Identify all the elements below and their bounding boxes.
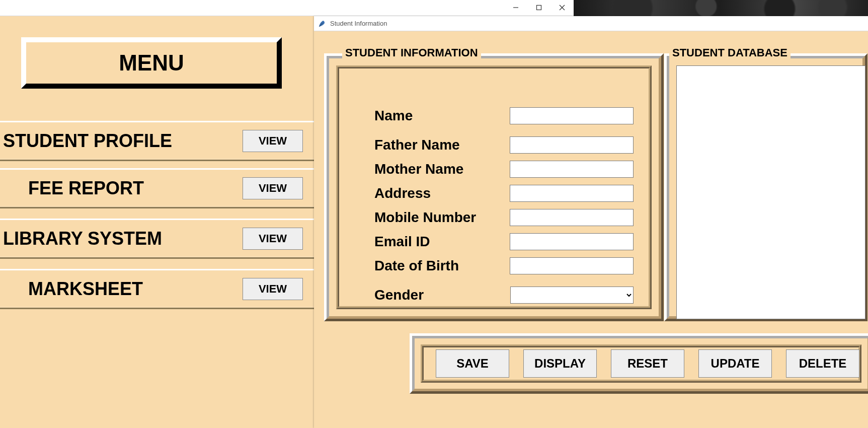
student-information-window: Student Information STUDENT INFORMATION … [314, 16, 868, 428]
menu-header: MENU [21, 37, 282, 89]
tk-feather-icon [318, 20, 326, 28]
maximize-icon [536, 5, 542, 11]
desktop-background [574, 0, 868, 16]
student-database-listbox[interactable] [676, 65, 865, 319]
display-button[interactable]: DISPLAY [523, 349, 597, 378]
menu-label-student-profile: STUDENT PROFILE [3, 122, 172, 160]
student-form: Name Father Name Mother Name [374, 104, 634, 307]
student-information-legend: STUDENT INFORMATION [342, 46, 481, 59]
label-mother: Mother Name [374, 161, 510, 177]
main-titlebar [0, 0, 574, 16]
child-body: STUDENT INFORMATION Name Father Name [314, 31, 868, 428]
label-father: Father Name [374, 137, 510, 153]
student-database-legend: STUDENT DATABASE [669, 46, 791, 59]
menu-row-library-system: LIBRARY SYSTEM VIEW [0, 219, 314, 259]
label-email: Email ID [374, 234, 510, 250]
child-titlebar: Student Information [314, 16, 868, 31]
input-email[interactable] [510, 233, 634, 250]
label-dob: Date of Birth [374, 258, 510, 274]
menu-label-marksheet: MARKSHEET [28, 270, 143, 308]
select-gender[interactable] [510, 287, 634, 304]
menu-label-fee-report: FEE REPORT [28, 170, 144, 207]
close-button[interactable] [550, 0, 574, 15]
minimize-button[interactable] [504, 0, 527, 15]
input-father[interactable] [510, 136, 634, 154]
student-database-frame [664, 53, 867, 321]
minimize-icon [513, 5, 519, 11]
input-dob[interactable] [510, 257, 634, 274]
label-mobile: Mobile Number [374, 209, 510, 226]
maximize-button[interactable] [527, 0, 550, 15]
student-information-frame-inner: Name Father Name Mother Name [336, 65, 652, 309]
menu-label-library-system: LIBRARY SYSTEM [3, 220, 162, 257]
close-icon [559, 5, 565, 11]
child-window-title: Student Information [330, 20, 387, 27]
student-information-frame: Name Father Name Mother Name [324, 53, 664, 321]
input-mother[interactable] [510, 161, 634, 178]
menu-title: MENU [119, 50, 184, 76]
button-bar: SAVE DISPLAY RESET UPDATE DELETE [421, 344, 861, 383]
input-name[interactable] [510, 107, 634, 124]
label-address: Address [374, 185, 510, 201]
view-button-library-system[interactable]: VIEW [243, 228, 303, 250]
save-button[interactable]: SAVE [436, 349, 509, 378]
update-button[interactable]: UPDATE [698, 349, 772, 378]
reset-button[interactable]: RESET [611, 349, 684, 378]
view-button-fee-report[interactable]: VIEW [243, 177, 303, 199]
input-mobile[interactable] [510, 209, 634, 226]
menu-row-marksheet: MARKSHEET VIEW [0, 269, 314, 309]
delete-button[interactable]: DELETE [786, 349, 859, 378]
view-button-student-profile[interactable]: VIEW [243, 130, 303, 152]
svg-rect-1 [537, 6, 541, 10]
menu-row-fee-report: FEE REPORT VIEW [0, 168, 314, 208]
label-name: Name [374, 108, 510, 124]
view-button-marksheet[interactable]: VIEW [243, 278, 303, 300]
button-bar-frame: SAVE DISPLAY RESET UPDATE DELETE [410, 333, 868, 394]
label-gender: Gender [374, 287, 510, 303]
input-address[interactable] [510, 185, 634, 202]
menu-row-student-profile: STUDENT PROFILE VIEW [0, 121, 314, 161]
